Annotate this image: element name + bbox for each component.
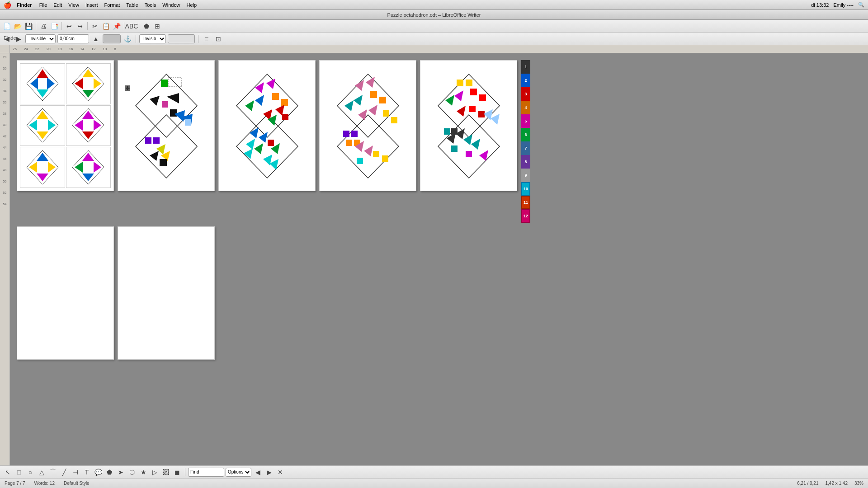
selection-handle[interactable]: ✛ (125, 85, 130, 91)
svg-rect-74 (370, 91, 377, 98)
color-swatch-1[interactable]: 1 (521, 60, 530, 74)
color-swatch-7[interactable]: 7 (521, 141, 530, 155)
svg-marker-50 (266, 79, 275, 89)
line-width-up[interactable]: ▲ (91, 34, 101, 44)
svg-marker-77 (368, 105, 377, 116)
svg-marker-1 (30, 77, 38, 89)
find-options-select[interactable]: Options (226, 468, 251, 477)
find-next-btn[interactable]: ▶ (264, 467, 274, 477)
menubar-search-icon[interactable]: 🔍 (858, 2, 864, 8)
ruler-10: 10 (103, 47, 107, 51)
svg-marker-72 (344, 100, 354, 111)
statusbar: Page 7 / 7 Words: 12 Default Style 6,21 … (0, 478, 868, 488)
connector-btn[interactable]: ⊣ (71, 467, 80, 477)
svg-rect-33 (168, 78, 182, 87)
svg-rect-53 (272, 93, 279, 100)
menu-table[interactable]: Table (126, 2, 138, 8)
color-swatch-11[interactable]: 11 (521, 196, 530, 209)
menu-format[interactable]: Format (104, 2, 120, 8)
ellipse-btn[interactable]: ○ (25, 467, 35, 477)
content-area[interactable]: ✛ (10, 53, 868, 465)
line-width-input[interactable] (57, 34, 89, 43)
color-swatch-8[interactable]: 8 (521, 155, 530, 169)
color-input[interactable] (103, 34, 121, 43)
apple-menu[interactable]: 🍎 (4, 1, 11, 9)
page-4 (319, 60, 416, 191)
pdf-btn[interactable]: 📑 (49, 21, 59, 31)
ruler-left-42: 42 (3, 135, 7, 138)
fill-color-input[interactable] (168, 34, 195, 43)
bottom-toolbar: ↖ □ ○ △ ⌒ ╱ ⊣ T 💬 ⬟ ➤ ⬡ ★ ▷ 🖼 ◼ Options … (0, 465, 868, 478)
thumb-cell-3 (20, 105, 65, 146)
group-btn[interactable]: ⊡ (213, 34, 223, 44)
insert-image-btn[interactable]: 🖼 (161, 467, 171, 477)
ruler-left-28: 28 (3, 56, 7, 59)
polygon-btn[interactable]: △ (37, 467, 47, 477)
star-shapes-btn[interactable]: ★ (138, 467, 148, 477)
select-btn[interactable]: ↖ (3, 467, 13, 477)
find-prev-btn[interactable]: ◀ (253, 467, 263, 477)
new-btn[interactable]: 📄 (2, 21, 12, 31)
menubar-right: di 13:32 Emily ---- 🔍 (811, 2, 864, 8)
color-swatch-3[interactable]: 3 (521, 87, 530, 101)
align-btn[interactable]: ≡ (202, 34, 212, 44)
svg-rect-100 (478, 111, 485, 117)
cut-btn[interactable]: ✂ (90, 21, 100, 31)
flowchart-btn[interactable]: ⬡ (127, 467, 137, 477)
svg-marker-69 (337, 115, 399, 178)
menu-tools[interactable]: Tools (145, 2, 156, 8)
undo-btn[interactable]: ↩ (64, 21, 74, 31)
menu-edit[interactable]: Edit (53, 2, 62, 8)
menu-file[interactable]: File (39, 2, 47, 8)
paste-btn[interactable]: 📌 (112, 21, 122, 31)
curve-btn[interactable]: ⌒ (48, 467, 58, 477)
svg-marker-48 (236, 115, 298, 178)
symbol-shapes-btn[interactable]: ▷ (150, 467, 160, 477)
color-swatch-10[interactable]: 10 (521, 182, 530, 196)
page-3 (218, 60, 316, 191)
line-style-select[interactable]: Invisible (25, 34, 56, 43)
color-swatch-2[interactable]: 2 (521, 74, 530, 87)
callout-btn[interactable]: 💬 (93, 467, 103, 477)
ruler-left-40: 40 (3, 123, 7, 127)
svg-marker-109 (463, 134, 472, 145)
color-swatch-5[interactable]: 5 (521, 114, 530, 128)
redo-btn[interactable]: ↪ (75, 21, 85, 31)
menubar: 🍎 Finder File Edit View Insert Format Ta… (0, 0, 868, 10)
find-close-btn[interactable]: ✕ (275, 467, 285, 477)
svg-marker-103 (491, 114, 500, 125)
ruler-top: 26 24 22 20 18 16 14 12 10 8 (10, 45, 868, 53)
copy-btn[interactable]: 📋 (101, 21, 111, 31)
find-input[interactable] (188, 468, 224, 477)
save-btn[interactable]: 💾 (24, 21, 33, 31)
menu-insert[interactable]: Insert (85, 2, 98, 8)
basic-shapes-btn[interactable]: ⬟ (104, 467, 114, 477)
menu-help[interactable]: Help (186, 2, 197, 8)
menu-view[interactable]: View (68, 2, 79, 8)
open-btn[interactable]: 📂 (13, 21, 23, 31)
block-arrows-btn[interactable]: ➤ (116, 467, 126, 477)
print-btn[interactable]: 🖨 (38, 21, 48, 31)
spell-btn[interactable]: ABC (127, 21, 137, 31)
fill-style-select[interactable]: Invisib (139, 34, 166, 43)
color-swatch-4[interactable]: 4 (521, 101, 530, 114)
line-btn[interactable]: ╱ (59, 467, 69, 477)
svg-rect-40 (185, 119, 191, 126)
svg-rect-82 (346, 140, 352, 146)
sep2 (61, 22, 62, 30)
toolbar2: ◀ ▶ Invisible ▲ ⚓ Invisib ≡ ⊡ (0, 33, 868, 45)
color-swatch-9[interactable]: 9 (521, 169, 530, 182)
thumb-cell-4 (66, 105, 111, 146)
ruler-left-44: 44 (3, 146, 7, 149)
shadow-btn[interactable]: ◼ (172, 467, 182, 477)
insert-table-btn[interactable]: ⊞ (152, 21, 162, 31)
draw-shapes-btn[interactable]: ⬟ (142, 21, 151, 31)
menu-window[interactable]: Window (162, 2, 180, 8)
app-menu-libreoffice[interactable]: Finder (17, 2, 32, 8)
anchor-btn[interactable]: ⚓ (123, 34, 132, 44)
rect-btn[interactable]: □ (14, 467, 24, 477)
sep3 (87, 22, 88, 30)
text-btn[interactable]: T (82, 467, 92, 477)
color-swatch-12[interactable]: 12 (521, 209, 530, 223)
color-swatch-6[interactable]: 6 (521, 128, 530, 141)
